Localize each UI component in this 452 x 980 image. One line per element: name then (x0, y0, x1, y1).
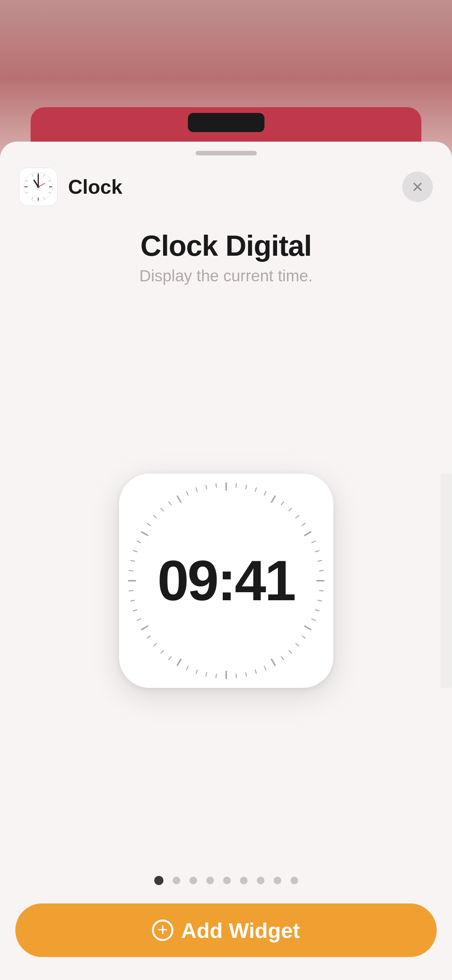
svg-line-48 (255, 670, 256, 674)
add-widget-button[interactable]: Add Widget (15, 903, 437, 957)
clock-time-display: 09:41 (157, 548, 295, 613)
dot-1[interactable] (154, 876, 163, 885)
svg-line-63 (133, 609, 137, 611)
close-button[interactable] (402, 172, 433, 202)
svg-line-80 (216, 483, 216, 487)
widget-title-section: Clock Digital Display the current time. (139, 229, 313, 285)
svg-line-27 (281, 501, 284, 505)
svg-line-74 (161, 508, 163, 511)
dot-4[interactable] (206, 877, 214, 884)
behind-card-notch (188, 113, 264, 132)
svg-line-40 (312, 619, 315, 620)
svg-line-29 (296, 515, 299, 518)
svg-line-79 (206, 485, 206, 489)
svg-line-37 (319, 590, 323, 591)
close-icon (410, 180, 425, 194)
svg-line-33 (315, 550, 319, 552)
svg-line-45 (281, 657, 284, 660)
svg-line-44 (289, 650, 291, 653)
dot-9[interactable] (290, 877, 298, 884)
svg-line-58 (161, 650, 163, 653)
dot-3[interactable] (189, 877, 197, 884)
svg-line-43 (296, 643, 299, 646)
svg-line-23 (245, 485, 246, 489)
svg-line-60 (147, 636, 150, 638)
svg-line-61 (142, 626, 148, 629)
svg-line-64 (131, 600, 134, 601)
svg-line-47 (264, 666, 266, 670)
sheet-header: Clock (0, 155, 452, 206)
svg-line-62 (137, 619, 140, 620)
svg-line-25 (264, 492, 266, 495)
svg-line-54 (196, 670, 197, 674)
dot-2[interactable] (173, 877, 180, 884)
svg-line-67 (129, 570, 133, 571)
svg-point-18 (38, 186, 39, 188)
svg-line-26 (271, 496, 275, 502)
svg-line-50 (236, 674, 236, 678)
app-name-label: Clock (68, 175, 402, 198)
svg-line-28 (289, 508, 291, 511)
svg-line-65 (129, 590, 133, 591)
svg-line-59 (153, 643, 156, 646)
svg-line-57 (169, 657, 171, 660)
pagination-dots (154, 876, 298, 885)
widget-preview-area: 09:41 (0, 285, 452, 876)
svg-line-32 (312, 541, 315, 542)
svg-line-68 (131, 560, 134, 561)
svg-line-70 (137, 541, 140, 542)
widget-title: Clock Digital (139, 229, 313, 262)
right-peek-card (441, 474, 452, 688)
svg-line-55 (186, 666, 188, 670)
svg-line-30 (302, 523, 305, 526)
svg-line-53 (206, 672, 206, 676)
svg-line-75 (169, 501, 171, 505)
svg-line-39 (315, 609, 319, 611)
plus-circle-icon (152, 920, 173, 941)
svg-line-72 (147, 523, 150, 526)
svg-line-34 (318, 560, 321, 561)
svg-line-22 (236, 483, 236, 487)
svg-line-35 (319, 570, 323, 571)
sheet-handle (196, 151, 257, 155)
dot-5[interactable] (223, 877, 231, 884)
svg-line-38 (318, 600, 321, 601)
svg-line-56 (177, 659, 181, 665)
dot-7[interactable] (257, 877, 264, 884)
svg-line-71 (142, 532, 148, 535)
svg-line-41 (305, 626, 311, 629)
svg-line-49 (245, 672, 246, 676)
svg-line-69 (133, 550, 137, 552)
add-widget-label: Add Widget (181, 918, 300, 943)
svg-line-52 (216, 674, 216, 678)
bottom-sheet: Clock Clock Digital Display the current … (0, 142, 452, 980)
dot-8[interactable] (274, 877, 281, 884)
widget-subtitle: Display the current time. (139, 267, 313, 285)
svg-line-31 (305, 532, 311, 535)
svg-line-76 (177, 496, 181, 502)
svg-line-46 (271, 659, 275, 665)
clock-app-icon-svg (21, 170, 55, 204)
svg-line-77 (186, 492, 188, 495)
dot-6[interactable] (240, 877, 248, 884)
svg-line-24 (255, 488, 256, 492)
app-icon (19, 168, 57, 206)
clock-widget: 09:41 (119, 474, 333, 688)
svg-line-42 (302, 636, 305, 638)
svg-line-73 (153, 515, 156, 518)
svg-line-78 (196, 488, 197, 492)
